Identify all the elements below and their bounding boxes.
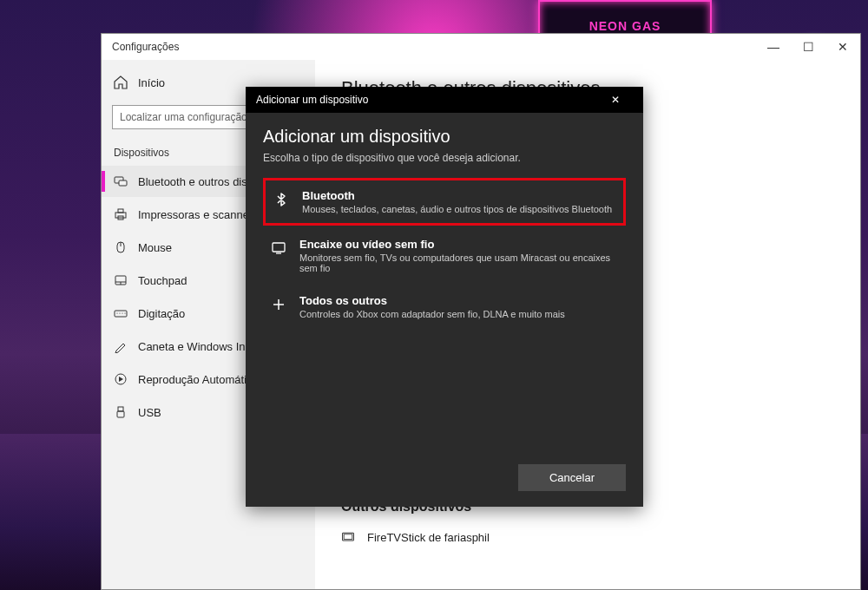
sidebar-item-label: Digitação [138, 307, 185, 320]
svg-rect-17 [117, 411, 124, 417]
maximize-button[interactable]: ☐ [791, 34, 825, 60]
add-device-dialog: Adicionar um dispositivo ✕ Adicionar um … [246, 87, 643, 507]
usb-icon [114, 405, 128, 419]
cancel-button[interactable]: Cancelar [518, 464, 626, 491]
autoplay-icon [114, 372, 128, 386]
dialog-footer: Cancelar [246, 454, 643, 507]
sidebar-item-label: Reprodução Automática [138, 373, 259, 386]
pen-icon [114, 339, 128, 353]
sidebar-item-label: USB [138, 406, 161, 419]
option-everything-else[interactable]: Todos os outros Controles do Xbox com ad… [263, 285, 626, 328]
svg-rect-3 [118, 209, 123, 213]
option-desc: Controles do Xbox com adaptador sem fio,… [299, 309, 565, 319]
device-icon [341, 530, 355, 544]
option-bluetooth[interactable]: Bluetooth Mouses, teclados, canetas, áud… [263, 178, 626, 226]
window-controls: — ☐ ✕ [756, 34, 860, 60]
display-icon [270, 239, 287, 257]
dialog-title: Adicionar um dispositivo [256, 94, 368, 106]
option-wireless-display[interactable]: Encaixe ou vídeo sem fio Monitores sem f… [263, 229, 626, 282]
sidebar-item-label: Touchpad [138, 274, 187, 287]
search-placeholder: Localizar uma configuração [120, 111, 247, 123]
option-desc: Mouses, teclados, canetas, áudio e outro… [302, 204, 612, 214]
dialog-close-button[interactable]: ✕ [598, 87, 633, 113]
device-label: FireTVStick de fariasphil [367, 531, 490, 544]
svg-rect-19 [344, 534, 352, 540]
keyboard-icon [114, 306, 128, 320]
option-desc: Monitores sem fio, TVs ou computadores q… [299, 252, 619, 273]
svg-point-14 [124, 312, 125, 313]
dialog-heading: Adicionar um dispositivo [263, 127, 626, 147]
svg-point-13 [122, 312, 122, 313]
bluetooth-icon [273, 191, 290, 208]
svg-rect-20 [273, 243, 285, 252]
dialog-body: Adicionar um dispositivo Escolha o tipo … [246, 113, 643, 454]
sidebar-item-label: Mouse [138, 241, 172, 254]
dialog-titlebar: Adicionar um dispositivo ✕ [246, 87, 643, 113]
mouse-icon [114, 240, 128, 254]
option-title: Todos os outros [299, 294, 565, 307]
dialog-subtext: Escolha o tipo de dispositivo que você d… [263, 152, 626, 164]
touchpad-icon [114, 273, 128, 287]
window-title: Configurações [112, 41, 179, 53]
plus-icon [270, 296, 287, 313]
home-label: Início [138, 76, 165, 89]
bluetooth-devices-icon [114, 174, 128, 188]
device-row[interactable]: FireTVStick de fariasphil [341, 523, 834, 551]
home-icon [114, 75, 128, 89]
close-button[interactable]: ✕ [825, 34, 860, 60]
printer-icon [114, 207, 128, 221]
svg-point-12 [119, 312, 120, 313]
svg-rect-1 [119, 180, 127, 186]
sidebar-item-label: Caneta e Windows Ink [138, 340, 251, 353]
window-titlebar: Configurações — ☐ ✕ [102, 34, 860, 60]
option-title: Bluetooth [302, 189, 612, 202]
minimize-button[interactable]: — [756, 34, 791, 60]
device-type-list: Bluetooth Mouses, teclados, canetas, áud… [263, 178, 626, 328]
sidebar-item-label: Impressoras e scanners [138, 208, 259, 221]
svg-rect-16 [118, 407, 123, 411]
option-title: Encaixe ou vídeo sem fio [299, 238, 619, 251]
svg-point-11 [116, 312, 117, 313]
svg-rect-2 [115, 213, 126, 218]
